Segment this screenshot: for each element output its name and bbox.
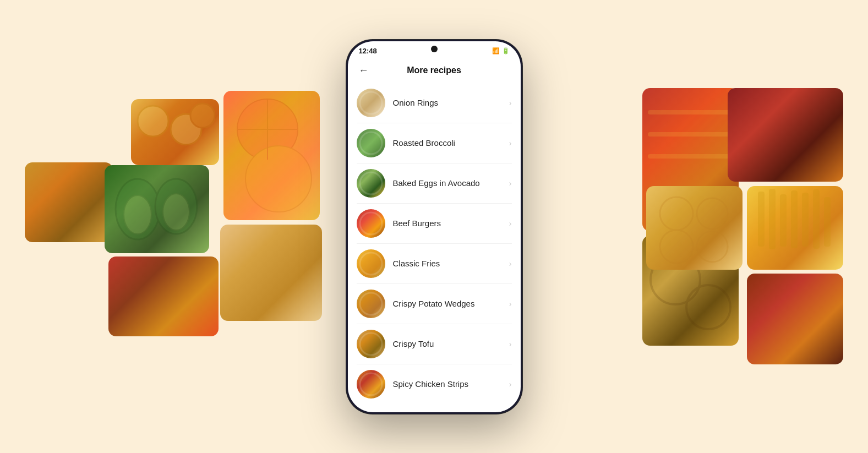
bg-tarts [131,99,219,165]
bg-avocado [105,165,209,253]
svg-rect-21 [769,189,776,249]
svg-point-19 [697,231,728,262]
recipe-item-spicy-chicken-strips[interactable]: Spicy Chicken Strips› [357,364,512,404]
svg-point-7 [116,179,160,239]
recipe-thumbnail-classic-fries [357,249,385,278]
status-bar: 12:48 📶 🔋 [348,41,521,58]
bg-cookies [646,186,743,270]
bg-fritters [220,225,322,321]
recipe-item-onion-rings[interactable]: Onion Rings› [357,83,512,123]
recipe-name-roasted-broccoli: Roasted Broccoli [393,138,509,148]
recipe-chevron-classic-fries: › [509,259,512,268]
svg-rect-12 [648,132,733,137]
recipe-thumbnail-crispy-potato-wedges [357,290,385,318]
svg-point-32 [360,293,382,315]
recipe-thumbnail-spicy-chicken-strips [357,370,385,399]
recipe-name-crispy-potato-wedges: Crispy Potato Wedges [393,299,509,308]
svg-point-10 [163,194,189,230]
recipe-chevron-crispy-tofu: › [509,340,512,348]
status-icons: 📶 🔋 [492,47,510,54]
recipe-name-beef-burgers: Beef Burgers [393,219,509,228]
recipe-item-crispy-potato-wedges[interactable]: Crispy Potato Wedges› [357,284,512,324]
svg-point-16 [660,197,693,230]
phone-screen: 12:48 📶 🔋 ← More recipes Onion Rings›Roa… [348,41,521,412]
recipe-list: Onion Rings›Roasted Broccoli›Baked Eggs … [348,83,521,412]
recipe-name-onion-rings: Onion Rings [393,98,509,107]
svg-point-34 [360,373,382,395]
bg-cheese [25,162,113,242]
recipe-chevron-spicy-chicken-strips: › [509,380,512,389]
recipe-item-classic-fries[interactable]: Classic Fries› [357,244,512,284]
recipe-chevron-beef-burgers: › [509,219,512,228]
recipe-thumbnail-crispy-tofu [357,330,385,358]
recipe-name-spicy-chicken-strips: Spicy Chicken Strips [393,379,509,389]
recipe-chevron-baked-eggs-avocado: › [509,179,512,188]
battery-icon: 🔋 [502,47,510,54]
back-button[interactable]: ← [357,63,371,79]
recipe-chevron-onion-rings: › [509,99,512,107]
svg-rect-22 [780,194,787,247]
svg-point-4 [245,146,312,212]
svg-point-17 [697,198,728,229]
bg-citrus [223,91,320,220]
bg-nut-cups [642,236,739,346]
recipe-name-baked-eggs-avocado: Baked Eggs in Avocado [393,178,509,188]
page-title: More recipes [407,66,461,75]
recipe-thumbnail-roasted-broccoli [357,129,385,157]
svg-point-29 [360,172,382,194]
recipe-chevron-roasted-broccoli: › [509,139,512,148]
recipe-item-roasted-broccoli[interactable]: Roasted Broccoli› [357,123,512,163]
svg-rect-13 [648,154,733,159]
recipe-thumbnail-baked-eggs-avocado [357,169,385,198]
status-time: 12:48 [359,47,377,55]
bg-stirfry [747,274,843,364]
recipe-item-baked-eggs-avocado[interactable]: Baked Eggs in Avocado› [357,163,512,204]
bg-bruschetta [108,256,219,336]
svg-rect-11 [648,110,733,114]
svg-point-15 [686,285,730,329]
svg-point-31 [360,253,382,275]
recipe-item-crispy-tofu[interactable]: Crispy Tofu› [357,324,512,364]
svg-point-9 [155,179,197,234]
recipe-thumbnail-onion-rings [357,89,385,117]
recipe-thumbnail-beef-burgers [357,209,385,238]
svg-rect-23 [791,190,798,248]
bg-fries [747,186,843,270]
svg-rect-24 [802,193,809,247]
phone-device: 12:48 📶 🔋 ← More recipes Onion Rings›Roa… [346,40,522,414]
svg-point-8 [124,195,151,234]
camera-notch [431,46,438,52]
svg-point-18 [660,230,693,263]
recipe-name-classic-fries: Classic Fries [393,259,509,268]
bg-steak [728,88,843,182]
svg-rect-25 [813,189,820,249]
svg-point-14 [651,255,700,304]
recipe-chevron-crispy-potato-wedges: › [509,299,512,308]
svg-rect-20 [758,192,765,247]
svg-point-28 [360,132,382,154]
svg-rect-26 [824,197,831,247]
svg-point-30 [360,212,382,234]
app-header: ← More recipes [348,58,521,83]
svg-point-27 [360,92,382,114]
recipe-name-crispy-tofu: Crispy Tofu [393,339,509,348]
phone-frame: 12:48 📶 🔋 ← More recipes Onion Rings›Roa… [346,40,522,414]
recipe-item-beef-burgers[interactable]: Beef Burgers› [357,204,512,244]
wifi-icon: 📶 [492,47,500,54]
svg-point-3 [237,99,298,160]
svg-point-33 [360,333,382,355]
svg-point-0 [138,106,168,137]
svg-point-2 [190,103,215,128]
bg-grilled-chicken [642,88,739,231]
svg-point-1 [171,114,201,145]
